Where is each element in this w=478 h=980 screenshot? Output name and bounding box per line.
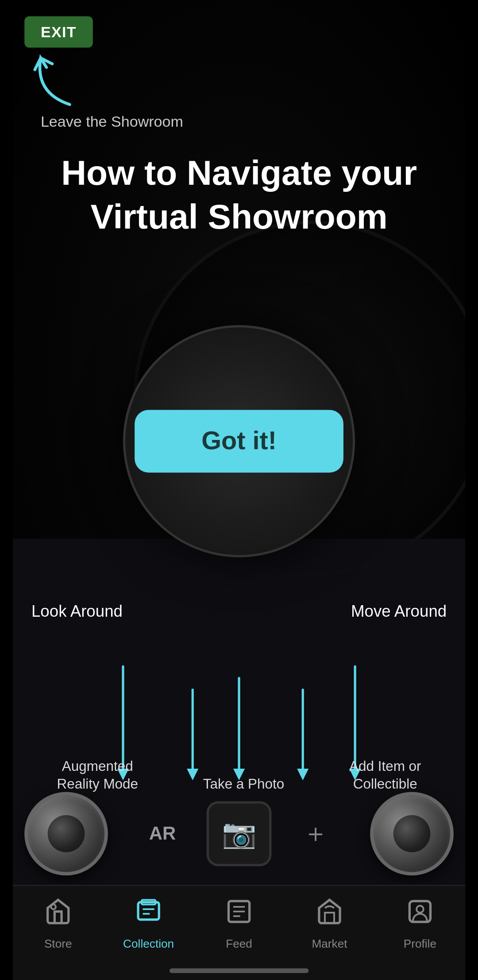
tab-market[interactable]: Market xyxy=(284,898,374,950)
camera-icon: 📷 xyxy=(222,817,257,850)
add-item-annotation: Add Item orCollectible xyxy=(349,758,421,794)
add-item-button[interactable]: ＋ xyxy=(293,810,339,857)
ar-mode-annotation: AugmentedReality Mode xyxy=(57,758,138,794)
tab-profile[interactable]: Profile xyxy=(375,898,465,950)
leave-showroom-label: Leave the Showroom xyxy=(41,113,183,130)
feed-icon xyxy=(225,898,253,933)
tab-feed[interactable]: Feed xyxy=(194,898,284,950)
got-it-button[interactable]: Got it! xyxy=(135,410,343,473)
tab-store-label: Store xyxy=(44,937,72,950)
ar-mode-button[interactable]: AR xyxy=(139,823,186,844)
center-area: Got it! xyxy=(123,325,355,557)
svg-point-5 xyxy=(51,905,55,909)
right-joystick[interactable] xyxy=(370,792,454,875)
right-joystick-inner xyxy=(393,815,431,852)
camera-button[interactable]: 📷 xyxy=(207,801,272,866)
leave-showroom-hint: Leave the Showroom xyxy=(29,47,183,130)
profile-icon xyxy=(406,898,434,933)
move-around-label: Move Around xyxy=(351,602,447,620)
exit-button[interactable]: EXIT xyxy=(24,16,93,48)
svg-point-16 xyxy=(416,906,424,913)
add-item-text: Add Item orCollectible xyxy=(349,758,421,793)
left-joystick-inner xyxy=(48,815,85,852)
svg-rect-14 xyxy=(325,913,334,923)
controls-row: AR 📷 ＋ xyxy=(13,792,465,875)
home-indicator xyxy=(170,968,309,973)
market-icon xyxy=(316,898,343,933)
tab-collection-label: Collection xyxy=(123,937,174,950)
app-container: EXIT Leave the Showroom How to Navigate … xyxy=(13,0,465,980)
store-icon xyxy=(44,898,72,933)
ar-mode-text: AugmentedReality Mode xyxy=(57,758,138,793)
tab-market-label: Market xyxy=(312,937,347,950)
annotations-row: AugmentedReality Mode Take a Photo Add I… xyxy=(13,758,465,794)
tab-store[interactable]: Store xyxy=(13,898,103,950)
tab-profile-label: Profile xyxy=(404,937,436,950)
center-controls: AR 📷 ＋ xyxy=(108,801,370,866)
tab-bar: Store Collection xyxy=(13,885,465,980)
look-around-label: Look Around xyxy=(31,602,123,620)
plus-icon: ＋ xyxy=(303,816,328,851)
heading-title: How to Navigate your Virtual Showroom xyxy=(36,151,442,238)
tab-collection[interactable]: Collection xyxy=(103,898,193,950)
joystick-circle-visual: Got it! xyxy=(123,325,355,557)
tab-feed-label: Feed xyxy=(226,937,252,950)
main-heading: How to Navigate your Virtual Showroom xyxy=(13,151,465,238)
collection-icon xyxy=(135,898,162,933)
leave-arrow-icon xyxy=(29,47,81,110)
take-photo-text: Take a Photo xyxy=(203,776,285,793)
left-joystick[interactable] xyxy=(24,792,108,875)
